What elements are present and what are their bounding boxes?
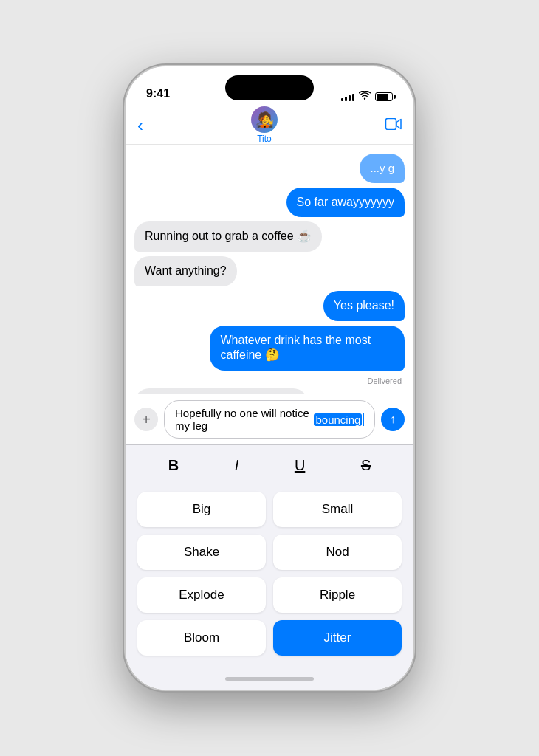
- effect-ripple-button[interactable]: Ripple: [273, 577, 402, 613]
- message-row: Whatever drink has the most caffeine 🤔: [134, 326, 405, 371]
- effect-jitter-button[interactable]: Jitter: [273, 620, 402, 656]
- effect-small-button[interactable]: Small: [273, 492, 402, 527]
- add-button[interactable]: +: [134, 408, 158, 431]
- dynamic-island: [225, 75, 314, 100]
- contact-name: Tito: [257, 134, 272, 144]
- message-bubble: One triple shot coming up ☕: [134, 388, 308, 394]
- message-row: Want anything?: [134, 256, 405, 286]
- back-button[interactable]: ‹: [137, 115, 143, 136]
- delivered-label: Delivered: [134, 377, 402, 385]
- italic-button[interactable]: I: [226, 454, 248, 477]
- video-call-icon[interactable]: [385, 117, 402, 134]
- input-area: + Hopefully no one will notice my leg bo…: [126, 394, 413, 444]
- message-bubble: Whatever drink has the most caffeine 🤔: [210, 326, 405, 371]
- message-row: ...y g: [134, 154, 405, 183]
- home-indicator: [126, 667, 413, 690]
- message-bubble: ...y g: [360, 154, 405, 183]
- effect-nod-button[interactable]: Nod: [273, 535, 402, 570]
- bold-button[interactable]: B: [159, 454, 188, 477]
- avatar: 🧑‍🎤: [251, 106, 278, 133]
- plus-icon: +: [142, 411, 151, 428]
- battery-icon: [375, 92, 393, 101]
- messages-area: ...y g So far awayyyyyyy Running out to …: [126, 145, 413, 394]
- phone-frame: 9:41: [126, 66, 413, 690]
- strikethrough-button[interactable]: S: [352, 454, 380, 477]
- message-row: Yes please!: [134, 291, 405, 321]
- status-icons: [341, 91, 393, 102]
- text-cursor: [363, 413, 364, 426]
- input-text-selected: bouncing: [314, 413, 362, 426]
- send-button[interactable]: ↑: [381, 408, 405, 431]
- signal-icon: [341, 92, 354, 101]
- message-bubble: Want anything?: [134, 256, 237, 286]
- home-bar: [225, 677, 314, 681]
- send-arrow-icon: ↑: [390, 413, 396, 426]
- input-text-before: Hopefully no one will notice my leg: [175, 407, 314, 432]
- wifi-icon: [359, 91, 371, 102]
- contact-info[interactable]: 🧑‍🎤 Tito: [251, 106, 278, 144]
- message-bubble: So far awayyyyyyy: [286, 188, 405, 218]
- nav-actions: [385, 117, 402, 134]
- nav-bar: ‹ 🧑‍🎤 Tito: [126, 106, 413, 145]
- message-row: So far awayyyyyyy: [134, 188, 405, 218]
- effect-bloom-button[interactable]: Bloom: [137, 620, 266, 656]
- message-row: Running out to grab a coffee ☕: [134, 221, 405, 252]
- input-row: + Hopefully no one will notice my leg bo…: [134, 400, 405, 439]
- status-time: 9:41: [146, 87, 170, 102]
- effects-grid: Big Small Shake Nod Explode Ripple Bloom…: [126, 486, 413, 667]
- effect-big-button[interactable]: Big: [137, 492, 266, 527]
- message-bubble: Running out to grab a coffee ☕: [134, 221, 322, 252]
- effect-shake-button[interactable]: Shake: [137, 535, 266, 570]
- phone-screen: 9:41: [126, 66, 413, 690]
- message-row: One triple shot coming up ☕: [134, 388, 405, 394]
- message-bubble: Yes please!: [323, 291, 405, 321]
- effect-explode-button[interactable]: Explode: [137, 577, 266, 613]
- svg-rect-0: [386, 119, 396, 130]
- format-toolbar: B I U S: [126, 444, 413, 486]
- message-input[interactable]: Hopefully no one will notice my leg boun…: [164, 400, 375, 439]
- underline-button[interactable]: U: [286, 454, 314, 477]
